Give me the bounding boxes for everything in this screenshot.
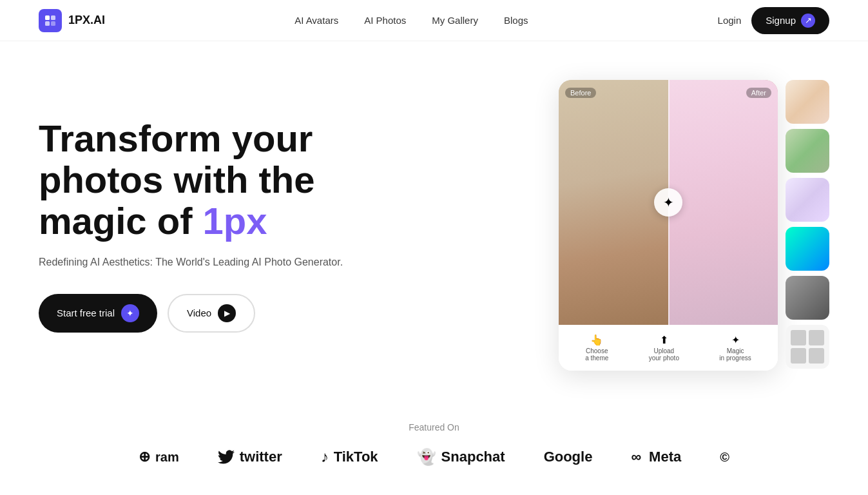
brand-google: Google (544, 449, 593, 465)
nav-ai-avatars[interactable]: AI Avatars (294, 15, 338, 26)
thumbnail-1[interactable] (786, 80, 829, 124)
hero-title: Transform your photos with the magic of … (39, 118, 361, 241)
logo-icon (39, 9, 62, 32)
login-button[interactable]: Login (718, 15, 742, 26)
brand-twitter: twitter (218, 449, 282, 465)
step-magic: ✦ Magicin progress (719, 334, 751, 362)
snapchat-icon: 👻 (417, 448, 436, 466)
nav-blogs[interactable]: Blogs (504, 15, 528, 26)
brand-snapchat: 👻 Snapchat (417, 448, 505, 466)
grid-dot-3 (791, 348, 806, 364)
tiktok-icon: ♪ (321, 448, 329, 466)
featured-label: Featured On (39, 422, 829, 432)
signup-button[interactable]: Signup ↗ (751, 7, 829, 34)
twitter-label: twitter (240, 449, 282, 465)
thumbnail-grid[interactable] (786, 325, 829, 369)
hero-title-accent: 1px (203, 200, 267, 242)
hero-left: Transform your photos with the magic of … (39, 118, 361, 333)
svg-rect-2 (45, 21, 50, 26)
hero-section: Transform your photos with the magic of … (0, 41, 868, 396)
step-upload-photo: ⬆ Uploadyour photo (649, 334, 679, 362)
thumbnail-3[interactable] (786, 178, 829, 222)
twitter-bird-icon (218, 450, 235, 464)
brand-logos: ⊕ ram twitter ♪ TikTok 👻 Snapchat Google… (39, 448, 829, 466)
nav-actions: Login Signup ↗ (718, 7, 829, 34)
svg-rect-3 (51, 21, 55, 26)
featured-section: Featured On ⊕ ram twitter ♪ TikTok 👻 Sna… (0, 396, 868, 479)
grid-dot-1 (791, 330, 806, 345)
start-trial-button[interactable]: Start free trial ✦ (39, 294, 157, 333)
canva-icon: © (720, 450, 729, 465)
before-after-image: Before After ✦ (559, 80, 778, 325)
thumbnail-column (786, 80, 829, 369)
brand-product-hunt: ⊕ ram (139, 449, 179, 465)
svg-rect-1 (51, 15, 55, 20)
logo[interactable]: 1PX.AI (39, 9, 105, 32)
hero-right: Before After ✦ 👆 Choosea theme ⬆ Uploady… (559, 80, 829, 371)
nav-my-gallery[interactable]: My Gallery (432, 15, 478, 26)
signup-arrow-icon: ↗ (801, 14, 815, 28)
thumbnail-2[interactable] (786, 129, 829, 173)
thumbnail-5[interactable] (786, 276, 829, 320)
explore-section: Explore Our AI Gallery (0, 479, 868, 495)
after-label: After (746, 88, 771, 98)
hero-subtitle: Redefining AI Aesthetics: The World's Le… (39, 254, 361, 271)
product-hunt-icon: ⊕ (139, 449, 150, 465)
grid-dot-4 (809, 348, 824, 364)
after-image (668, 80, 778, 325)
thumbnail-4[interactable] (786, 227, 829, 271)
meta-icon: ∞ (631, 449, 641, 465)
video-button[interactable]: Video ▶ (168, 294, 255, 333)
play-icon: ▶ (218, 304, 236, 322)
panel-footer: 👆 Choosea theme ⬆ Uploadyour photo ✦ Mag… (559, 325, 778, 371)
before-label: Before (565, 88, 596, 98)
logo-text: 1PX.AI (68, 14, 105, 27)
hero-buttons: Start free trial ✦ Video ▶ (39, 294, 361, 333)
sparkle-icon: ✦ (121, 304, 139, 322)
svg-rect-0 (45, 15, 50, 20)
brand-tiktok: ♪ TikTok (321, 448, 378, 466)
before-after-container: Before After ✦ (559, 80, 778, 325)
brand-canva: © (720, 450, 729, 465)
main-photo-panel: Before After ✦ 👆 Choosea theme ⬆ Uploady… (559, 80, 778, 371)
nav-links: AI Avatars AI Photos My Gallery Blogs (294, 15, 528, 26)
brand-meta: ∞ Meta (631, 449, 681, 465)
navbar: 1PX.AI AI Avatars AI Photos My Gallery B… (0, 0, 868, 41)
grid-dot-2 (809, 330, 824, 345)
nav-ai-photos[interactable]: AI Photos (364, 15, 406, 26)
step-choose-theme: 👆 Choosea theme (585, 334, 608, 362)
before-image (559, 80, 668, 325)
sparkle-center-icon: ✦ (654, 188, 682, 217)
